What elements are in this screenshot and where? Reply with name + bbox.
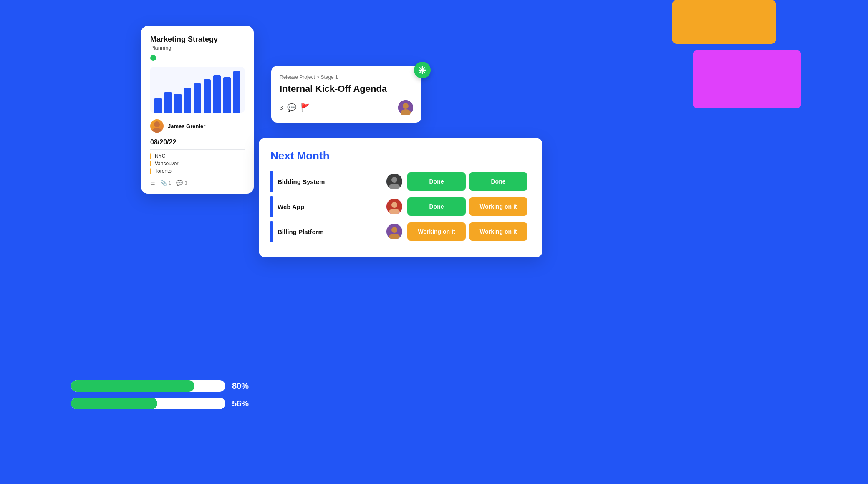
task-title: Internal Kick-Off Agenda [280,83,413,94]
status-badge-2: Working on it [469,222,527,241]
card-footer: ☰ 📎 1 💬 3 [150,180,245,186]
list-item: NYC [150,153,245,159]
row-name: Web App [278,203,386,210]
location-indicator [150,161,151,166]
task-breadcrumb: Release Project > Stage 1 [280,74,413,80]
date-line: 08/20/22 [150,139,245,150]
marketing-strategy-card: Marketing Strategy Planning James Grenie… [141,26,254,194]
svg-point-3 [403,103,409,109]
progress-item-1: 80% [71,380,249,392]
svg-point-0 [154,121,160,127]
row-avatar [386,224,402,239]
row-avatar [386,199,402,214]
drag-handle[interactable] [414,62,431,78]
progress-section: 80% 56% [71,380,249,415]
comment-bubble-icon: 💬 [287,103,296,112]
progress-fill-1 [71,380,194,392]
row-indicator [270,196,273,217]
card-subtitle: Planning [150,45,245,51]
comment-icon: 💬 [176,180,183,186]
location-indicator [150,153,151,159]
row-name: Bidding System [278,178,386,185]
location-name: Toronto [155,168,172,174]
task-assignee-avatar [398,100,413,115]
chart-bar [233,71,241,113]
progress-track-1 [71,380,225,392]
table-row: Billing Platform Working on it Working o… [270,221,531,242]
task-meta: 3 💬 🚩 [280,103,310,112]
next-month-title: Next Month [270,149,531,162]
status-badge-2: Done [469,172,527,191]
bar-chart [150,67,245,113]
chart-bar [223,77,231,113]
row-indicator [270,221,273,242]
location-name: NYC [155,153,165,159]
paperclip-icon: 📎 [160,180,167,186]
row-indicator [270,171,273,192]
chart-bar [184,88,192,113]
comment-count-badge: 3 [280,104,283,111]
task-card: Release Project > Stage 1 Internal Kick-… [271,66,421,123]
comment-item: 💬 3 [176,180,187,186]
table-row: Web App Done Working on it [270,196,531,217]
attachment-item: 📎 1 [160,180,171,186]
chart-bar [213,75,221,113]
status-dot [150,55,156,61]
checklist-icon: ☰ [150,180,155,186]
status-badge-1: Done [407,172,466,191]
svg-point-16 [391,227,397,233]
comment-count: 3 [184,181,187,186]
list-item: Vancouver [150,161,245,166]
progress-track-2 [71,398,225,409]
locations: NYCVancouverToronto [150,153,245,174]
flag-icon: 🚩 [300,103,310,112]
next-month-card: Next Month Bidding System Done Done Web … [259,138,542,257]
status-badge-1: Working on it [407,222,466,241]
deco-magenta-rect [693,50,801,108]
row-avatar [386,174,402,189]
deco-orange-rect [672,0,776,44]
svg-point-13 [391,202,397,208]
chart-bar [194,83,201,113]
avatar [150,119,164,133]
chart-bar [154,98,162,113]
chart-bar [164,92,172,113]
location-indicator [150,168,151,174]
card-title: Marketing Strategy [150,35,245,44]
progress-fill-2 [71,398,157,409]
progress-item-2: 56% [71,398,249,409]
attachment-count: 1 [169,181,171,186]
list-item: Toronto [150,168,245,174]
task-footer: 3 💬 🚩 [280,100,413,115]
svg-point-10 [391,177,397,183]
chart-bar [174,94,182,113]
status-badge-2: Working on it [469,197,527,216]
chart-bar [204,79,211,113]
progress-label-2: 56% [232,399,249,408]
user-row: James Grenier [150,119,245,133]
table-row: Bidding System Done Done [270,171,531,192]
user-name: James Grenier [168,123,205,129]
checklist-icon-item: ☰ [150,180,155,186]
status-badge-1: Done [407,197,466,216]
row-name: Billing Platform [278,228,386,235]
location-name: Vancouver [155,161,178,166]
svg-point-1 [152,128,161,133]
progress-label-1: 80% [232,381,249,391]
